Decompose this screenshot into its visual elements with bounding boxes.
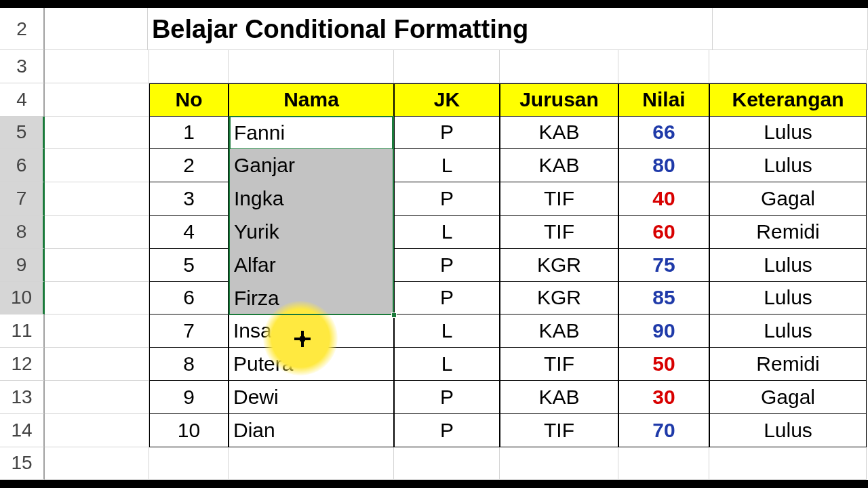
cell-no[interactable]: 10: [149, 414, 229, 447]
cell[interactable]: [149, 50, 229, 83]
col-header-jk[interactable]: JK: [394, 83, 500, 117]
cell[interactable]: [45, 381, 149, 414]
cell-nama[interactable]: Insan: [229, 314, 394, 348]
cell-keterangan[interactable]: Lulus: [709, 282, 867, 315]
row-header[interactable]: 12: [0, 348, 45, 381]
cell-nilai[interactable]: 40: [618, 182, 709, 216]
cell-nilai[interactable]: 50: [618, 348, 709, 381]
cell-keterangan[interactable]: Lulus: [709, 117, 867, 150]
cell[interactable]: [45, 282, 149, 315]
cell-jurusan[interactable]: KAB: [500, 117, 618, 150]
cell-no[interactable]: 9: [149, 381, 229, 414]
fill-handle[interactable]: [391, 312, 397, 318]
col-header-nama[interactable]: Nama: [229, 83, 394, 117]
row-header[interactable]: 15: [0, 447, 45, 481]
cell-jurusan[interactable]: KAB: [500, 149, 618, 182]
row-header[interactable]: 9: [0, 249, 45, 282]
cell-jk[interactable]: P: [394, 282, 500, 315]
cell[interactable]: [394, 447, 500, 481]
cell-jk[interactable]: L: [394, 348, 500, 381]
col-header-jurusan[interactable]: Jurusan: [500, 83, 618, 117]
cell[interactable]: [45, 83, 149, 117]
cell-nilai[interactable]: 80: [618, 149, 709, 182]
cell-jurusan[interactable]: KAB: [500, 314, 618, 348]
row-header[interactable]: 7: [0, 182, 45, 216]
cell-no[interactable]: 8: [149, 348, 229, 381]
row-header[interactable]: 3: [0, 50, 45, 83]
col-header-no[interactable]: No: [149, 83, 229, 117]
cell-nama[interactable]: Dian: [229, 414, 394, 447]
row-header[interactable]: 8: [0, 216, 45, 249]
cell-keterangan[interactable]: Lulus: [709, 414, 867, 447]
page-title[interactable]: Belajar Conditional Formatting: [148, 8, 713, 50]
cell-no[interactable]: 7: [149, 314, 229, 348]
cell-nilai[interactable]: 85: [618, 282, 709, 315]
cell[interactable]: [709, 50, 867, 83]
cell-jk[interactable]: P: [394, 414, 500, 447]
cell-nilai[interactable]: 70: [618, 414, 709, 447]
cell-keterangan[interactable]: Lulus: [709, 249, 867, 282]
cell-keterangan[interactable]: Remidi: [709, 216, 867, 249]
cell-jurusan[interactable]: TIF: [500, 414, 618, 447]
cell[interactable]: [394, 50, 500, 83]
cell[interactable]: [500, 447, 618, 481]
cell[interactable]: [45, 348, 149, 381]
cell-jk[interactable]: L: [394, 314, 500, 348]
cell-jurusan[interactable]: TIF: [500, 216, 618, 249]
row-header[interactable]: 10: [0, 282, 45, 315]
cell-nilai[interactable]: 30: [618, 381, 709, 414]
cell-jurusan[interactable]: TIF: [500, 348, 618, 381]
cell[interactable]: [149, 447, 229, 481]
cell-nilai[interactable]: 90: [618, 314, 709, 348]
cell[interactable]: [45, 314, 149, 348]
cell[interactable]: [45, 117, 149, 150]
cell-keterangan[interactable]: Lulus: [709, 149, 867, 182]
cell[interactable]: [45, 414, 149, 447]
cell-keterangan[interactable]: Lulus: [709, 314, 867, 348]
cell-jk[interactable]: P: [394, 249, 500, 282]
cell[interactable]: [45, 149, 149, 182]
cell[interactable]: [229, 447, 394, 481]
row-header[interactable]: 13: [0, 381, 45, 414]
cell[interactable]: [45, 447, 149, 481]
cell[interactable]: [713, 8, 868, 50]
cell-nilai[interactable]: 66: [618, 117, 709, 150]
cell-jurusan[interactable]: KAB: [500, 381, 618, 414]
cell-no[interactable]: 2: [149, 149, 229, 182]
cell[interactable]: [618, 50, 709, 83]
cell-keterangan[interactable]: Gagal: [709, 381, 867, 414]
row-header[interactable]: 5: [0, 117, 45, 150]
cell-jurusan[interactable]: KGR: [500, 282, 618, 315]
cell-no[interactable]: 6: [149, 282, 229, 315]
cell-keterangan[interactable]: Remidi: [709, 348, 867, 381]
cell-nama[interactable]: Dewi: [229, 381, 394, 414]
col-header-keterangan[interactable]: Keterangan: [709, 83, 867, 117]
cell-jurusan[interactable]: KGR: [500, 249, 618, 282]
cell[interactable]: [500, 50, 618, 83]
cell-nama[interactable]: Putera: [229, 348, 394, 381]
cell-nilai[interactable]: 60: [618, 216, 709, 249]
col-header-nilai[interactable]: Nilai: [618, 83, 709, 117]
row-header[interactable]: 14: [0, 414, 45, 447]
row-header[interactable]: 2: [0, 8, 45, 50]
row-header[interactable]: 4: [0, 83, 45, 117]
cell-keterangan[interactable]: Gagal: [709, 182, 867, 216]
cell[interactable]: [45, 50, 149, 83]
cell-jk[interactable]: P: [394, 117, 500, 150]
cell[interactable]: [45, 216, 149, 249]
cell-jk[interactable]: P: [394, 182, 500, 216]
cell[interactable]: [45, 182, 149, 216]
cell[interactable]: [229, 50, 394, 83]
cell[interactable]: [45, 8, 148, 50]
spreadsheet-viewport[interactable]: 2 Belajar Conditional Formatting 3 4 No …: [0, 8, 868, 480]
row-header[interactable]: 6: [0, 149, 45, 182]
row-header[interactable]: 11: [0, 314, 45, 348]
cell-jk[interactable]: L: [394, 216, 500, 249]
cell-jurusan[interactable]: TIF: [500, 182, 618, 216]
cell-no[interactable]: 3: [149, 182, 229, 216]
cell-no[interactable]: 4: [149, 216, 229, 249]
cell-no[interactable]: 5: [149, 249, 229, 282]
cell[interactable]: [618, 447, 709, 481]
cell-jk[interactable]: L: [394, 149, 500, 182]
cell[interactable]: [709, 447, 867, 481]
